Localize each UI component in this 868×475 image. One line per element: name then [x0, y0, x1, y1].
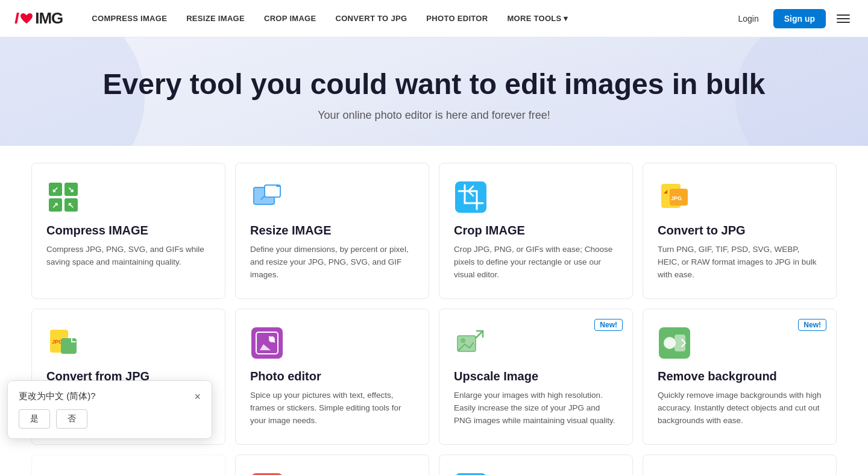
svg-text:↖: ↖ [68, 201, 74, 210]
tool-icon-crop [454, 180, 488, 214]
svg-text:↙: ↙ [52, 185, 58, 194]
badge-new: New! [594, 319, 623, 331]
tool-card-convert-jpg[interactable]: JPG Convert to JPG Turn PNG, GIF, TIF, P… [643, 163, 837, 299]
lang-close-button[interactable]: × [194, 391, 201, 402]
svg-text:↗: ↗ [52, 201, 58, 210]
tool-icon-convert-jpg: JPG [658, 180, 691, 214]
tool-icon-html-to-image: HTML [658, 472, 691, 475]
nav-photo-editor[interactable]: PHOTO EDITOR [417, 14, 497, 23]
tool-title-resize: Resize IMAGE [250, 224, 414, 238]
tool-icon-resize [250, 180, 284, 214]
tool-card-rotate[interactable]: Rotate IMAGE Rotate many images JPG, PNG… [439, 455, 633, 475]
tool-card-remove-bg[interactable]: New! Remove background Quickly remove im… [643, 309, 837, 445]
login-button[interactable]: Login [731, 10, 766, 27]
lang-popup-header: 更改为中文 (简体)? × [19, 391, 201, 402]
hamburger-line [837, 22, 850, 23]
tool-icon-remove-bg [658, 326, 691, 360]
tool-card-compress[interactable]: ↙ ↘ ↗ ↖ Compress IMAGE Compress JPG, PNG… [31, 163, 225, 299]
svg-rect-23 [664, 337, 676, 349]
tool-icon-convert-from-jpg: JPG [46, 326, 80, 360]
hamburger-line [837, 18, 850, 19]
nav-convert-jpg[interactable]: CONVERT TO JPG [326, 14, 417, 23]
logo[interactable]: I IMG [14, 9, 63, 28]
svg-rect-24 [675, 335, 685, 351]
tool-card-crop[interactable]: Crop IMAGE Crop JPG, PNG, or GIFs with e… [439, 163, 633, 299]
tool-title-compress: Compress IMAGE [46, 224, 210, 238]
tool-card-meme[interactable]: Meme generator Create your memes online … [235, 455, 429, 475]
tool-icon-watermark: © IMG [46, 472, 80, 475]
language-popup: 更改为中文 (简体)? × 是 否 [7, 380, 212, 439]
tool-title-remove-bg: Remove background [658, 370, 822, 383]
svg-text:JPG: JPG [671, 195, 682, 201]
nav-more-tools[interactable]: MORE TOOLS ▾ [497, 14, 577, 23]
hero-section: Every tool you could want to edit images… [0, 37, 868, 146]
tool-card-resize[interactable]: Resize IMAGE Define your dimensions, by … [235, 163, 429, 299]
tool-desc-remove-bg: Quickly remove image backgrounds with hi… [658, 389, 822, 427]
tool-card-photo-editor[interactable]: Photo editor Spice up your pictures with… [235, 309, 429, 445]
tool-desc-compress: Compress JPG, PNG, SVG, and GIFs while s… [46, 244, 210, 269]
hamburger-line [837, 14, 850, 16]
tool-desc-crop: Crop JPG, PNG, or GIFs with ease; Choose… [454, 244, 618, 282]
tool-icon-rotate [454, 472, 488, 475]
tool-desc-convert-jpg: Turn PNG, GIF, TIF, PSD, SVG, WEBP, HEIC… [658, 244, 822, 282]
nav-actions: Login Sign up [731, 9, 854, 28]
lang-buttons: 是 否 [19, 409, 201, 429]
tool-icon-photo-editor [250, 326, 284, 360]
navbar: I IMG COMPRESS IMAGE RESIZE IMAGE CROP I… [0, 0, 868, 37]
tool-title-upscale: Upscale Image [454, 370, 618, 383]
tool-desc-resize: Define your dimensions, by percent or pi… [250, 244, 414, 282]
svg-text:↘: ↘ [68, 185, 74, 194]
lang-no-button[interactable]: 否 [56, 409, 87, 429]
tool-card-watermark[interactable]: © IMG Watermark IMAGE Stamp an image or … [31, 455, 225, 475]
nav-links: COMPRESS IMAGE RESIZE IMAGE CROP IMAGE C… [82, 14, 731, 23]
tool-title-convert-jpg: Convert to JPG [658, 224, 822, 238]
tool-card-html-to-image[interactable]: HTML HTML to IMAGE Convert webpages in H… [643, 455, 837, 475]
nav-resize[interactable]: RESIZE IMAGE [177, 14, 254, 23]
lang-popup-title: 更改为中文 (简体)? [19, 391, 96, 402]
svg-rect-16 [61, 338, 77, 354]
tool-title-photo-editor: Photo editor [250, 370, 414, 383]
svg-point-21 [461, 338, 465, 343]
logo-img: IMG [35, 9, 63, 28]
tool-card-upscale[interactable]: New! Upscale Image Enlarge your images w… [439, 309, 633, 445]
nav-compress[interactable]: COMPRESS IMAGE [82, 14, 177, 23]
logo-heart-icon [20, 13, 33, 25]
nav-crop[interactable]: CROP IMAGE [254, 14, 326, 23]
hero-subheadline: Your online photo editor is here and for… [14, 109, 854, 122]
signup-button[interactable]: Sign up [773, 9, 826, 28]
svg-rect-10 [455, 181, 486, 213]
hero-headline: Every tool you could want to edit images… [14, 68, 854, 101]
tool-icon-meme [250, 472, 284, 475]
tool-icon-upscale [454, 326, 488, 360]
tool-icon-compress: ↙ ↘ ↗ ↖ [46, 180, 80, 214]
tool-title-crop: Crop IMAGE [454, 224, 618, 238]
logo-i: I [14, 9, 18, 28]
hamburger-menu-button[interactable] [833, 11, 854, 27]
tool-desc-photo-editor: Spice up your pictures with text, effect… [250, 389, 414, 427]
lang-yes-button[interactable]: 是 [19, 409, 50, 429]
badge-new: New! [798, 319, 826, 331]
tool-desc-upscale: Enlarge your images with high resolution… [454, 389, 618, 427]
